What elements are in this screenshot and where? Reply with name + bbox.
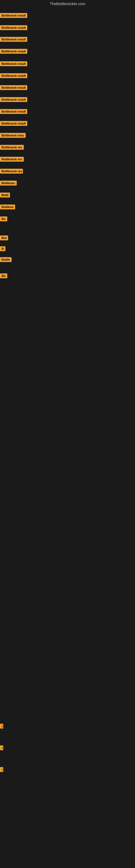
badge-14[interactable]: Bottleneck res [0,169,23,175]
badge-7[interactable]: Bottleneck result [0,85,27,91]
badge-25[interactable]: i [0,767,3,773]
badge-3-label: Bottleneck result [0,37,27,42]
badge-5[interactable]: Bottleneck result [0,61,27,67]
badge-24-label: | [0,745,3,750]
badge-9[interactable]: Bottleneck result [0,109,27,115]
badge-15-label: Bottlenec [0,181,17,186]
badge-19[interactable]: Bot [0,236,8,241]
badge-2[interactable]: Bottleneck result [0,25,27,31]
badge-13-label: Bottleneck res [0,157,24,162]
badge-1[interactable]: Bottleneck result [0,13,27,19]
badge-17-label: Bottlene [0,205,15,209]
badge-17[interactable]: Bottlene [0,205,15,211]
badge-9-label: Bottleneck result [0,109,27,114]
badge-20-label: B [0,246,5,251]
badge-12-label: Bottleneck res [0,145,24,150]
badge-25-label: i [0,767,3,772]
badge-21[interactable]: Bottle [0,257,12,263]
badge-10-label: Bottleneck result [0,121,27,126]
badge-4-label: Bottleneck result [0,49,27,54]
site-title: TheBottlenecker.com [0,0,135,8]
badge-16[interactable]: Bottl [0,193,10,198]
badge-8-label: Bottleneck result [0,97,27,102]
badge-10[interactable]: Bottleneck result [0,121,27,127]
badge-16-label: Bottl [0,193,10,197]
badge-23[interactable]: | [0,724,3,730]
badge-21-label: Bottle [0,257,12,262]
badge-13[interactable]: Bottleneck res [0,157,24,163]
badge-3[interactable]: Bottleneck result [0,37,27,43]
badge-22[interactable]: Bo [0,273,7,279]
badge-2-label: Bottleneck result [0,25,27,30]
badge-7-label: Bottleneck result [0,85,27,90]
badge-14-label: Bottleneck res [0,169,23,174]
badge-23-label: | [0,724,3,728]
badge-11-label: Bottleneck resu [0,133,26,138]
badge-19-label: Bot [0,236,8,240]
badge-24[interactable]: | [0,745,3,751]
badge-22-label: Bo [0,273,7,278]
badge-6[interactable]: Bottleneck result [0,73,27,79]
badge-20[interactable]: B [0,246,5,252]
badge-12[interactable]: Bottleneck res [0,145,24,151]
badge-5-label: Bottleneck result [0,61,27,66]
badge-8[interactable]: Bottleneck result [0,97,27,103]
badge-18[interactable]: Bo [0,216,7,222]
badge-4[interactable]: Bottleneck result [0,49,27,55]
badge-11[interactable]: Bottleneck resu [0,133,26,139]
badge-18-label: Bo [0,216,7,221]
badge-6-label: Bottleneck result [0,73,27,78]
badge-15[interactable]: Bottlenec [0,181,17,187]
badge-1-label: Bottleneck result [0,13,27,18]
